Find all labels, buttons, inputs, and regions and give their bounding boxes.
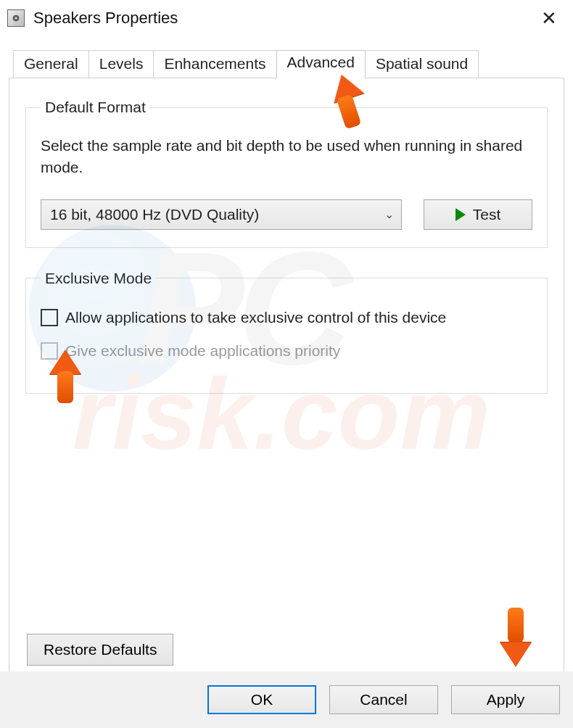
close-button[interactable]: ✕ <box>532 1 566 35</box>
default-format-legend: Default Format <box>41 99 150 116</box>
priority-checkbox <box>41 342 58 360</box>
tabpanel-advanced: Default Format Select the sample rate an… <box>9 78 564 684</box>
format-row: 16 bit, 48000 Hz (DVD Quality) ⌄ Test <box>41 199 532 230</box>
tab-general[interactable]: General <box>13 50 89 78</box>
exclusive-mode-legend: Exclusive Mode <box>41 270 156 287</box>
allow-exclusive-checkbox[interactable] <box>41 309 58 326</box>
restore-defaults-button[interactable]: Restore Defaults <box>27 634 173 666</box>
tab-enhancements[interactable]: Enhancements <box>153 50 276 78</box>
apply-button[interactable]: Apply <box>451 685 560 714</box>
priority-row: Give exclusive mode applications priorit… <box>41 342 532 360</box>
play-icon <box>455 208 466 221</box>
dialog-footer: OK Cancel Apply <box>0 671 573 728</box>
close-icon: ✕ <box>541 7 557 30</box>
tabs-container: General Levels Enhancements Advanced Spa… <box>9 49 564 684</box>
sample-rate-value: 16 bit, 48000 Hz (DVD Quality) <box>50 206 259 223</box>
group-exclusive-mode: Exclusive Mode Allow applications to tak… <box>25 270 548 394</box>
tab-spatial-sound[interactable]: Spatial sound <box>365 50 479 78</box>
default-format-description: Select the sample rate and bit depth to … <box>41 135 532 179</box>
allow-exclusive-label: Allow applications to take exclusive con… <box>65 309 446 326</box>
chevron-down-icon: ⌄ <box>384 207 394 221</box>
tablist: General Levels Enhancements Advanced Spa… <box>9 49 564 78</box>
speaker-icon <box>7 9 25 27</box>
window-title: Speakers Properties <box>33 9 178 28</box>
group-default-format: Default Format Select the sample rate an… <box>25 99 548 248</box>
ok-button[interactable]: OK <box>207 685 316 714</box>
titlebar: Speakers Properties ✕ <box>0 0 573 36</box>
allow-exclusive-row: Allow applications to take exclusive con… <box>41 309 532 326</box>
tab-advanced[interactable]: Advanced <box>276 50 366 78</box>
cancel-button[interactable]: Cancel <box>329 685 438 714</box>
test-label: Test <box>473 206 501 223</box>
tab-levels[interactable]: Levels <box>88 50 154 78</box>
sample-rate-combo[interactable]: 16 bit, 48000 Hz (DVD Quality) ⌄ <box>41 199 402 230</box>
test-button[interactable]: Test <box>424 199 532 230</box>
priority-label: Give exclusive mode applications priorit… <box>65 342 340 360</box>
svg-point-1 <box>15 17 17 20</box>
